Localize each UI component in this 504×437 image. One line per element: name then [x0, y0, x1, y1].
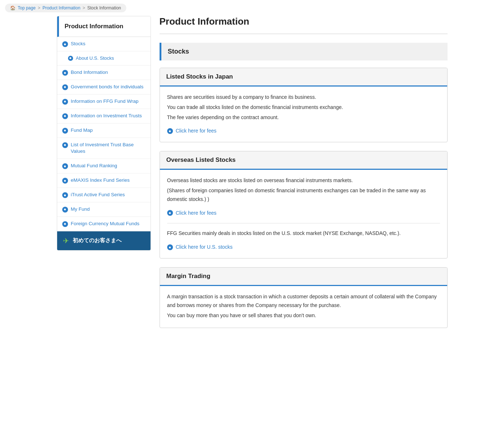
breadcrumb: 🏠 Top page > Product Information > Stock… [5, 4, 126, 12]
sidebar-label-emaxis: eMAXIS Index Fund Series [71, 177, 130, 184]
bullet-icon [62, 113, 68, 119]
section-divider [167, 223, 440, 223]
sidebar: Product Information Stocks About U.S. St… [57, 16, 151, 251]
fees-link-2[interactable]: Click here for fees [176, 209, 217, 218]
bullet-icon [62, 163, 68, 169]
sidebar-label-stocks: Stocks [71, 41, 86, 47]
sidebar-label-itrust: iTrust Active Fund Series [71, 192, 125, 198]
sidebar-label-fund-map: Fund Map [71, 127, 93, 134]
home-icon: 🏠 [10, 5, 16, 10]
sidebar-banner-text: 初めてのお客さまへ [73, 237, 122, 244]
leaf-icon: ✈ [63, 236, 69, 245]
bullet-icon [68, 56, 73, 61]
card-body-margin-trading: A margin transaction is a stock transact… [160, 286, 447, 328]
card-title-margin-trading: Margin Trading [160, 268, 447, 286]
sidebar-label-gov-bonds: Government bonds for individuals [71, 84, 144, 91]
breadcrumb-current: Stock Information [87, 5, 121, 10]
bullet-icon [62, 178, 68, 184]
card-overseas-listed-stocks: Overseas Listed Stocks Overseas listed s… [160, 151, 448, 259]
breadcrumb-parent[interactable]: Product Information [42, 5, 80, 10]
bullet-icon [62, 41, 68, 47]
breadcrumb-sep2: > [82, 5, 85, 10]
card-title-listed-stocks-japan: Listed Stocks in Japan [160, 68, 447, 87]
link-bullet-icon [167, 128, 173, 134]
bullet-icon [62, 192, 68, 198]
fees-link-1-row[interactable]: Click here for fees [167, 127, 440, 135]
sidebar-item-gov-bonds[interactable]: Government bonds for individuals [57, 80, 151, 94]
sidebar-label-my-fund: My Fund [71, 206, 90, 213]
card-listed-stocks-japan: Listed Stocks in Japan Shares are securi… [160, 68, 448, 142]
link-bullet-icon [167, 210, 173, 216]
bullet-icon [62, 207, 68, 213]
sidebar-item-fund-map[interactable]: Fund Map [57, 123, 151, 138]
sidebar-item-about-us-stocks[interactable]: About U.S. Stocks [57, 51, 151, 66]
bullet-icon [62, 221, 68, 227]
fees-link-2-row[interactable]: Click here for fees [167, 209, 440, 218]
listed-stocks-para2: You can trade all stocks listed on the d… [167, 103, 440, 112]
margin-para2: You can buy more than you have or sell s… [167, 311, 440, 320]
card-margin-trading: Margin Trading A margin transaction is a… [160, 267, 448, 328]
sidebar-item-emaxis[interactable]: eMAXIS Index Fund Series [57, 173, 151, 188]
sidebar-item-itrust[interactable]: iTrust Active Fund Series [57, 188, 151, 202]
stocks-section-header: Stocks [160, 43, 448, 60]
sidebar-item-mutual-fund-ranking[interactable]: Mutual Fund Ranking [57, 159, 151, 173]
main-content: Product Information Stocks Listed Stocks… [160, 16, 448, 337]
card-body-listed-stocks-japan: Shares are securities issued by a compan… [160, 87, 447, 142]
sidebar-banner[interactable]: ✈ 初めてのお客さまへ [57, 231, 151, 250]
listed-stocks-para3: The fee varies depending on the contract… [167, 113, 440, 122]
bullet-icon [62, 128, 68, 134]
sidebar-label-foreign-currency: Foreign Currency Mutual Funds [71, 220, 140, 227]
sidebar-label-mutual-fund-ranking: Mutual Fund Ranking [71, 163, 117, 169]
sidebar-label-about-us-stocks: About U.S. Stocks [76, 55, 114, 62]
sidebar-item-bond-information[interactable]: Bond Information [57, 66, 151, 80]
overseas-para1: Overseas listed stocks are stocks listed… [167, 176, 440, 185]
page-title-divider [160, 34, 448, 34]
us-stocks-link[interactable]: Click here for U.S. stocks [176, 243, 233, 252]
sidebar-item-investment-trusts[interactable]: Information on Investment Trusts [57, 109, 151, 123]
sidebar-label-investment-trusts: Information on Investment Trusts [71, 113, 142, 119]
sidebar-item-my-fund[interactable]: My Fund [57, 202, 151, 217]
stocks-header-label: Stocks [168, 48, 189, 55]
link-bullet-icon [167, 244, 173, 250]
breadcrumb-home[interactable]: Top page [18, 5, 35, 10]
margin-para1: A margin transaction is a stock transact… [167, 293, 440, 310]
us-stocks-link-row[interactable]: Click here for U.S. stocks [167, 243, 440, 252]
sidebar-title: Product Information [57, 16, 151, 37]
sidebar-label-bond-information: Bond Information [71, 69, 108, 76]
bullet-icon [62, 99, 68, 105]
sidebar-item-stocks[interactable]: Stocks [57, 37, 151, 51]
sidebar-item-foreign-currency[interactable]: Foreign Currency Mutual Funds [57, 217, 151, 231]
card-body-overseas-listed-stocks: Overseas listed stocks are stocks listed… [160, 170, 447, 258]
sidebar-label-list-investment-trust: List of Investment Trust Base Values [71, 142, 145, 155]
fees-link-1[interactable]: Click here for fees [176, 127, 217, 135]
sidebar-item-list-investment-trust[interactable]: List of Investment Trust Base Values [57, 138, 151, 159]
breadcrumb-sep1: > [38, 5, 40, 10]
overseas-extra-text: FFG Securities mainly deals in stocks li… [167, 229, 440, 238]
overseas-para2: (Shares of foreign companies listed on d… [167, 186, 440, 204]
sidebar-label-ffg-fund-wrap: Information on FFG Fund Wrap [71, 98, 139, 105]
sidebar-item-ffg-fund-wrap[interactable]: Information on FFG Fund Wrap [57, 94, 151, 109]
card-title-overseas-listed-stocks: Overseas Listed Stocks [160, 151, 447, 170]
bullet-icon [62, 84, 68, 90]
page-title: Product Information [160, 16, 448, 27]
bullet-icon [62, 142, 68, 148]
listed-stocks-para1: Shares are securities issued by a compan… [167, 93, 440, 102]
bullet-icon [62, 70, 68, 76]
